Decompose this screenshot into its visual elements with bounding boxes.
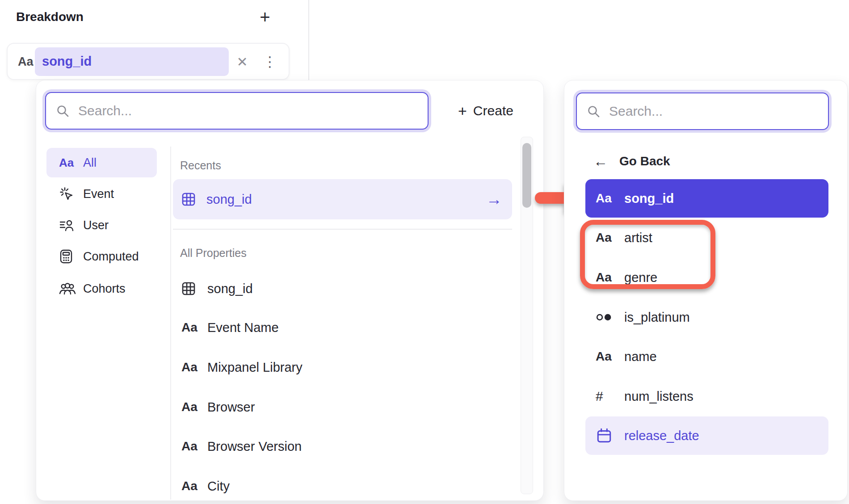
property-label: release_date (624, 428, 699, 443)
text-type-icon: Aa (596, 349, 613, 364)
property-row-browser-version[interactable]: Aa Browser Version (173, 433, 512, 460)
property-row-mixpanel-library[interactable]: Aa Mixpanel Library (173, 354, 512, 381)
calculator-icon (59, 249, 76, 264)
property-label: song_id (624, 191, 674, 206)
go-back-button[interactable]: ← Go Back (585, 147, 828, 175)
drill-in-arrow-icon[interactable]: → (486, 190, 502, 209)
property-label: song_id (206, 192, 252, 207)
property-label: artist (624, 231, 652, 245)
property-label: num_listens (624, 389, 693, 404)
breakdown-chip-value[interactable]: song_id (35, 47, 229, 76)
text-type-icon: Aa (181, 360, 199, 374)
nested-property-row-genre[interactable]: Aa genre (585, 258, 828, 297)
calendar-type-icon (596, 427, 613, 444)
boolean-type-icon (596, 311, 613, 323)
category-tab-user[interactable]: User (46, 213, 157, 238)
cursor-click-icon (59, 186, 76, 202)
screen: Breakdown + Aa song_id ✕ ⋮ + Create Aa A… (0, 0, 849, 504)
scrollbar-thumb[interactable] (522, 143, 531, 208)
property-label: genre (624, 270, 657, 285)
nested-property-row-name[interactable]: Aa name (585, 337, 828, 376)
category-tab-cohorts[interactable]: Cohorts (46, 276, 157, 301)
back-arrow-icon: ← (593, 153, 608, 170)
recent-property-row-song-id[interactable]: song_id → (173, 179, 512, 219)
underlying-panel-divider (308, 0, 309, 80)
plus-icon: + (458, 102, 467, 120)
breakdown-section-title: Breakdown (16, 10, 84, 24)
property-label: song_id (207, 281, 253, 296)
property-row-browser[interactable]: Aa Browser (173, 394, 512, 420)
property-picker-panel: + Create Aa All Event (36, 80, 544, 501)
category-label: Cohorts (83, 282, 126, 296)
nested-property-panel: ← Go Back Aa song_id Aa artist Aa genre … (564, 80, 848, 501)
user-icon (59, 218, 76, 232)
section-divider (173, 229, 512, 230)
search-box[interactable] (576, 92, 829, 130)
property-label: Browser Version (207, 439, 302, 454)
people-icon (59, 282, 76, 295)
text-type-icon: Aa (181, 400, 199, 414)
search-input[interactable] (608, 103, 818, 119)
create-property-button[interactable]: + Create (458, 98, 513, 123)
search-icon (56, 104, 69, 118)
text-type-icon: Aa (181, 320, 199, 335)
nested-property-row-num-listens[interactable]: # num_listens (585, 377, 828, 416)
number-type-icon: # (596, 389, 613, 404)
text-type-icon: Aa (59, 156, 76, 170)
category-label: All (83, 156, 97, 170)
property-label: Event Name (207, 320, 279, 335)
property-label: Mixpanel Library (207, 360, 303, 375)
nested-property-row-is-platinum[interactable]: is_platinum (585, 298, 828, 336)
search-input[interactable] (77, 103, 418, 119)
property-label: City (207, 479, 230, 494)
property-label: is_platinum (624, 310, 690, 325)
go-back-label: Go Back (619, 154, 670, 168)
text-type-icon: Aa (596, 270, 613, 285)
category-label: Computed (83, 250, 139, 264)
grid-type-icon (181, 192, 196, 206)
breakdown-chip-label: song_id (42, 54, 92, 69)
category-tab-event[interactable]: Event (46, 181, 157, 206)
text-type-icon: Aa (596, 191, 613, 206)
column-divider (170, 147, 171, 500)
text-type-icon: Aa (181, 439, 199, 454)
create-button-label: Create (473, 103, 513, 118)
nested-property-row-artist[interactable]: Aa artist (585, 218, 828, 257)
text-type-icon: Aa (181, 479, 199, 493)
add-breakdown-button[interactable]: + (254, 6, 276, 28)
category-tab-computed[interactable]: Computed (46, 244, 157, 269)
breakdown-options-icon[interactable]: ⋮ (261, 53, 279, 70)
property-label: name (624, 349, 657, 364)
grid-type-icon (181, 281, 199, 296)
category-tab-all[interactable]: Aa All (46, 148, 157, 177)
nested-property-row-song-id[interactable]: Aa song_id (585, 179, 828, 218)
recents-header: Recents (180, 159, 221, 172)
breakdown-chip-song-id[interactable]: Aa song_id ✕ ⋮ (7, 43, 290, 80)
property-row-city[interactable]: Aa City (173, 473, 512, 500)
category-label: Event (83, 187, 114, 201)
text-type-icon: Aa (596, 231, 613, 245)
nested-property-row-release-date[interactable]: release_date (585, 416, 828, 455)
search-box[interactable] (45, 92, 429, 130)
text-type-icon: Aa (18, 55, 34, 68)
all-properties-header: All Properties (180, 247, 247, 260)
remove-breakdown-icon[interactable]: ✕ (233, 54, 251, 69)
property-row-song-id[interactable]: song_id (173, 275, 512, 302)
search-icon (587, 105, 600, 118)
property-row-event-name[interactable]: Aa Event Name (173, 314, 512, 341)
property-label: Browser (207, 400, 255, 415)
category-label: User (83, 218, 109, 232)
